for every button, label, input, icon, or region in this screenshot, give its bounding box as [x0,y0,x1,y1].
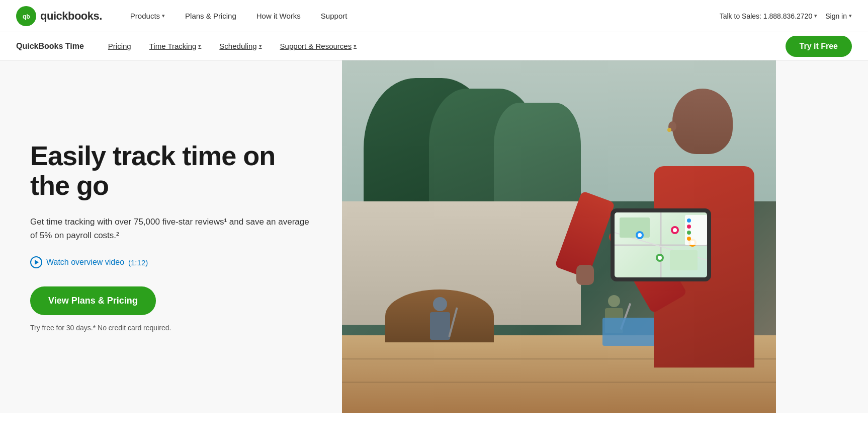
logo-text: quickbooks. [40,10,102,23]
pricing-label: Pricing [108,42,131,50]
talk-to-sales-label: Talk to Sales: 1.888.836.2720 [720,12,812,20]
watch-video-label: Watch overview video [46,258,124,267]
worker-1 [429,297,452,342]
hero-section: Easily track time on the go Get time tra… [0,60,868,413]
svg-point-12 [658,256,662,260]
try-free-note: Try free for 30 days.* No credit card re… [30,324,171,332]
worker-1-head [433,297,447,311]
nav-plans-pricing[interactable]: Plans & Pricing [177,8,244,24]
hero-cta-area: View Plans & Pricing Try free for 30 day… [30,286,312,332]
svg-point-18 [687,231,691,235]
support-label: Support [321,12,348,20]
hero-subtitle: Get time tracking with over 75,000 five-… [30,215,312,242]
svg-text:qb: qb [23,13,30,20]
secondary-nav-support-resources[interactable]: Support & Resources ▾ [272,38,365,54]
play-circle-icon [30,256,42,268]
hero-title: Easily track time on the go [30,141,312,201]
quickbooks-logo-icon: qb [16,6,36,26]
svg-point-17 [687,225,691,229]
secondary-nav-scheduling[interactable]: Scheduling ▾ [211,38,270,54]
time-tracking-chevron-icon: ▾ [198,43,201,49]
map-svg [615,212,707,277]
tablet-device [611,208,711,281]
secondary-nav-time-tracking[interactable]: Time Tracking ▾ [141,38,210,54]
logo-link[interactable]: qb quickbooks. [16,6,102,26]
worker-2-head [608,295,620,307]
how-it-works-label: How it Works [256,12,301,20]
earring [667,128,671,132]
secondary-nav-pricing[interactable]: Pricing [100,38,139,54]
worker-1-body [430,312,450,340]
svg-rect-5 [620,217,650,238]
main-person-head [672,89,733,154]
scheduling-chevron-icon: ▾ [259,43,262,49]
support-resources-label: Support & Resources [280,42,352,50]
top-nav-right: Talk to Sales: 1.888.836.2720 ▾ Sign in … [720,12,852,20]
svg-rect-6 [670,250,698,270]
top-nav-links: Products ▾ Plans & Pricing How it Works … [122,8,720,24]
watch-overview-video-link[interactable]: Watch overview video (1:12) [30,256,312,268]
svg-point-19 [687,237,691,241]
secondary-navigation: QuickBooks Time Pricing Time Tracking ▾ … [0,32,868,60]
plans-pricing-label: Plans & Pricing [185,12,236,20]
nav-products[interactable]: Products ▾ [122,8,173,24]
background-scene [342,60,776,413]
products-label: Products [130,12,160,20]
nav-support[interactable]: Support [313,8,356,24]
svg-point-8 [638,233,642,237]
top-navigation: qb quickbooks. Products ▾ Plans & Pricin… [0,0,868,32]
hero-photo-background [342,60,776,413]
deck-line-2 [342,382,776,383]
products-chevron-icon: ▾ [162,13,165,19]
quickbooks-time-brand: QuickBooks Time [16,42,84,51]
svg-point-16 [687,218,691,223]
talk-sales-chevron-icon: ▾ [814,13,817,19]
tablet-screen [615,212,707,277]
svg-point-10 [673,228,677,232]
scheduling-label: Scheduling [219,42,256,50]
support-resources-chevron-icon: ▾ [354,43,357,49]
sign-in[interactable]: Sign in ▾ [825,12,852,20]
time-tracking-label: Time Tracking [149,42,197,50]
hero-image [342,60,776,413]
view-plans-pricing-button[interactable]: View Plans & Pricing [30,286,156,315]
sign-in-chevron-icon: ▾ [849,13,852,19]
right-hand [576,265,594,285]
talk-to-sales[interactable]: Talk to Sales: 1.888.836.2720 ▾ [720,12,817,20]
sign-in-label: Sign in [825,12,847,20]
play-triangle-icon [35,260,39,265]
try-it-free-button[interactable]: Try it Free [786,36,852,57]
hero-content: Easily track time on the go Get time tra… [0,111,342,362]
secondary-nav-links: Pricing Time Tracking ▾ Scheduling ▾ Sup… [100,38,786,54]
nav-how-it-works[interactable]: How it Works [248,8,309,24]
video-duration: (1:12) [128,258,148,267]
